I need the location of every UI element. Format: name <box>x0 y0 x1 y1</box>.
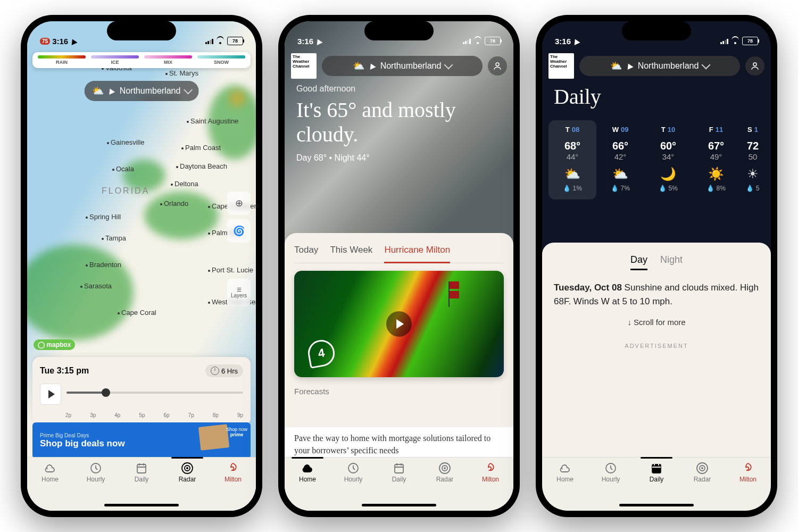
location-selector[interactable]: ⛅Northumberland <box>85 81 199 101</box>
tab-hurricane-milton[interactable]: Hurricane Milton <box>384 243 450 263</box>
status-time: 3:16 <box>555 37 571 46</box>
twc-logo[interactable]: The Weather Channel <box>291 53 317 79</box>
weather-icon: ⛅ <box>353 60 364 72</box>
ad-package-icon <box>198 424 229 450</box>
play-button[interactable] <box>40 384 61 405</box>
map-crosshair-button[interactable]: ⊕ <box>227 192 251 215</box>
home-indicator[interactable] <box>362 504 436 506</box>
day-low: 44° <box>551 152 594 161</box>
city-label: Deltona <box>171 180 198 188</box>
legend-rain: RAIN <box>56 60 68 65</box>
profile-button[interactable] <box>745 56 764 76</box>
scroll-hint[interactable]: ↓ Scroll for more <box>554 318 759 327</box>
city-label: Palm Coast <box>181 144 221 152</box>
mapbox-attribution[interactable]: ◯ mapbox <box>34 339 75 350</box>
day-description: Tuesday, Oct 08 Sunshine and clouds mixe… <box>554 281 759 308</box>
legend-mix: MIX <box>164 60 172 65</box>
detail-sheet: Day Night Tuesday, Oct 08 Sunshine and c… <box>542 243 771 462</box>
tab-home[interactable]: Home <box>542 462 588 511</box>
svg-point-9 <box>442 466 447 471</box>
advertisement-banner[interactable]: Prime Big Deal Days Shop big deals now S… <box>32 422 251 459</box>
city-label: Sarasota <box>80 282 112 290</box>
legend-ice: ICE <box>111 60 119 65</box>
location-arrow-icon <box>626 61 634 71</box>
tab-bar: Home Hourly Daily Radar Milton <box>542 457 771 511</box>
city-label: Spring Hill <box>86 213 121 221</box>
tab-milton[interactable]: Milton <box>725 462 771 511</box>
timeline-slider[interactable] <box>66 387 243 401</box>
tab-home[interactable]: Home <box>27 462 73 511</box>
status-time: 3:16 <box>52 37 68 46</box>
tab-bar: Home Hourly Daily Radar Milton <box>285 457 513 511</box>
map-layers-button[interactable]: ☰Layers <box>227 279 251 306</box>
svg-point-10 <box>444 468 445 469</box>
forecasts-heading: Forecasts <box>294 387 504 396</box>
day-night-tabs: Day Night <box>554 254 759 270</box>
tab-day[interactable]: Day <box>630 254 647 270</box>
battery-icon: 78 <box>227 37 243 45</box>
city-label: Saint Augustine <box>187 117 238 125</box>
svg-point-8 <box>439 463 450 473</box>
profile-button[interactable] <box>488 56 507 76</box>
ad-tagline: Prime Big Deal Days <box>40 433 193 438</box>
home-indicator[interactable] <box>104 504 179 506</box>
location-arrow-icon <box>315 37 323 46</box>
precip-chance: 💧 1% <box>551 185 594 192</box>
weather-icon: ⛅ <box>610 60 622 72</box>
home-indicator[interactable] <box>619 504 694 506</box>
ad-headline: Shop big deals now <box>40 438 193 449</box>
tab-milton[interactable]: Milton <box>468 462 513 511</box>
city-label: Bradenton <box>86 261 121 269</box>
city-label: St. Marys <box>165 69 198 77</box>
day-column[interactable]: W09 66°42° ⛅💧 7% <box>596 120 644 200</box>
hurricane-video-card[interactable]: 4 <box>294 271 504 377</box>
weather-icon: ⛅ <box>92 85 104 97</box>
notch <box>107 21 176 40</box>
day-column[interactable]: T08 68° 44° ⛅ 💧 1% <box>548 120 596 200</box>
day-column[interactable]: S1 7250 ☀💧 5 <box>740 120 766 200</box>
location-selector[interactable]: ⛅Northumberland <box>322 56 483 76</box>
hurricane-flag-icon <box>448 281 461 307</box>
timeline-range-button[interactable]: 6 Hrs <box>205 364 243 377</box>
svg-point-4 <box>186 467 188 469</box>
radar-timeline: Tue 3:15 pm 6 Hrs 2p3p4p5p6p7p8p9p <box>32 357 251 426</box>
wifi-icon <box>731 38 739 44</box>
location-name: Northumberland <box>120 86 181 96</box>
advertisement-label: ADVERTISEMENT <box>554 343 759 349</box>
city-label: Port St. Lucie <box>208 266 253 274</box>
day-high: 68° <box>551 140 594 152</box>
tab-today[interactable]: Today <box>294 243 318 263</box>
tab-home[interactable]: Home <box>285 462 330 511</box>
wifi-icon <box>473 38 482 44</box>
city-label: Cape Coral <box>118 309 156 317</box>
tab-this-week[interactable]: This Week <box>330 243 372 263</box>
city-label: Gainesville <box>107 138 145 146</box>
svg-point-5 <box>496 63 499 66</box>
ad-brand: Shop nowprime <box>226 427 247 437</box>
map-storm-button[interactable]: 🌀 <box>227 219 251 243</box>
tab-milton[interactable]: Milton <box>210 462 256 511</box>
svg-point-15 <box>700 466 705 471</box>
notch <box>622 21 691 40</box>
weather-icon: ⛅ <box>551 167 594 181</box>
day-column[interactable]: T10 60°34° 🌙💧 5% <box>644 120 692 200</box>
status-time: 3:16 <box>297 37 313 46</box>
city-label: Ocala <box>112 165 134 173</box>
notch <box>364 21 434 40</box>
timeline-ticks: 2p3p4p5p6p7p8p9p <box>40 412 243 418</box>
location-selector[interactable]: ⛅Northumberland <box>579 56 740 76</box>
state-label: FLORIDA <box>102 186 149 196</box>
city-label: Daytona Beach <box>176 162 227 170</box>
hurricane-category-badge: 4 <box>306 338 337 369</box>
daily-forecast-row[interactable]: T08 68° 44° ⛅ 💧 1% W09 66°42° ⛅💧 7% T10 … <box>542 120 771 200</box>
day-column[interactable]: F11 67°49° ☀️💧 8% <box>692 120 740 200</box>
layers-label: Layers <box>231 293 247 298</box>
battery-icon: 78 <box>742 37 758 45</box>
svg-point-11 <box>753 63 757 66</box>
location-name: Northumberland <box>380 61 442 71</box>
tab-night[interactable]: Night <box>660 254 683 270</box>
greeting-label: Good afternoon <box>296 84 502 94</box>
phone-home: 3:16 78 The Weather Channel ⛅Northumberl… <box>278 15 520 517</box>
twc-logo[interactable]: The Weather Channel <box>548 53 574 79</box>
signal-icon <box>463 38 471 44</box>
